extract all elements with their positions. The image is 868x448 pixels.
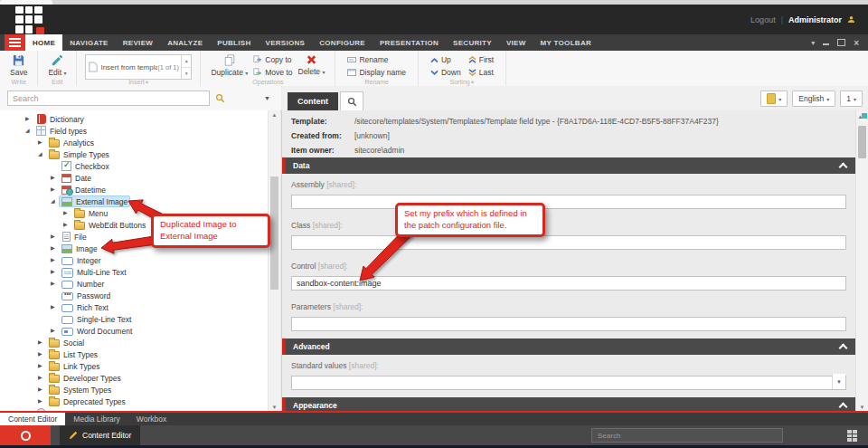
tree-item-single-line-text[interactable]: Single-Line Text (0, 313, 268, 325)
expand-icon[interactable]: ▶ (51, 278, 60, 290)
field-dropdown-icon[interactable]: ▼ (832, 374, 845, 389)
rename-button[interactable]: Rename (347, 55, 406, 64)
insert-from-template-field[interactable]: Insert from templat (1 of 1) ▲ ▼ (85, 54, 192, 80)
logout-link[interactable]: Logout (750, 15, 776, 24)
ribbon-tab-view[interactable]: VIEW (499, 34, 533, 51)
duplicate-button[interactable]: Duplicate ▾ (209, 53, 250, 77)
taskbar-search-input[interactable] (591, 428, 783, 443)
tree-item-external-image[interactable]: ◢External Image (0, 195, 268, 207)
section-header-advanced[interactable]: Advanced (282, 338, 855, 355)
tree-item-list-types[interactable]: ▶List Types (0, 348, 268, 360)
tree-item-dictionary[interactable]: ▶Dictionary (0, 113, 268, 125)
tree-item-social[interactable]: ▶Social (0, 337, 268, 348)
expand-icon[interactable]: ▶ (51, 184, 60, 195)
sort-last-button[interactable]: Last (468, 68, 495, 77)
spinner-down-icon[interactable]: ▼ (182, 68, 191, 80)
sort-down-button[interactable]: Down (430, 68, 461, 77)
scroll-up-icon[interactable]: ▲ (269, 112, 280, 118)
tab-content[interactable]: Content (288, 92, 338, 110)
scroll-down-icon[interactable]: ▼ (269, 405, 280, 410)
chevron-down-icon[interactable]: ▾ (811, 39, 815, 47)
close-icon[interactable]: × (854, 38, 859, 48)
collapse-icon[interactable]: ◢ (38, 148, 47, 160)
dialog-launcher-icon[interactable]: ▸ (145, 79, 151, 85)
tab-search[interactable] (340, 91, 363, 110)
field-input-parameters[interactable] (291, 317, 846, 331)
copy-to-button[interactable]: Copy to (253, 55, 292, 64)
expand-icon[interactable]: ▶ (51, 231, 60, 243)
tree-item-analytics[interactable]: ▶Analytics (0, 137, 268, 148)
expand-icon[interactable]: ▶ (38, 337, 47, 348)
bottom-tab-content-editor[interactable]: Content Editor (0, 413, 65, 425)
tree-item-system-types[interactable]: ▶System Types (0, 384, 268, 396)
edit-button[interactable]: Edit ▾ (46, 53, 68, 77)
tree-item-number[interactable]: ▶Number (0, 278, 268, 290)
ribbon-tab-versions[interactable]: VERSIONS (259, 34, 313, 51)
language-dropdown-button[interactable]: English▾ (792, 91, 835, 107)
collapse-icon[interactable]: ◢ (25, 125, 34, 137)
display-name-button[interactable]: Display name (347, 68, 406, 77)
tree-item-datetime[interactable]: ▶Datetime (0, 184, 268, 195)
sitecore-start-button[interactable] (0, 425, 51, 445)
expand-icon[interactable]: ▶ (51, 301, 60, 313)
tree-scrollbar-thumb[interactable] (270, 176, 278, 290)
editor-scrollbar-thumb[interactable] (858, 126, 866, 158)
taskbar-content-editor-button[interactable]: Content Editor (60, 425, 140, 445)
tree-item-deprecated-types[interactable]: ▶Deprecated Types (0, 396, 268, 407)
field-input-control[interactable] (291, 276, 846, 291)
dialog-launcher-icon[interactable]: ▸ (470, 79, 476, 85)
sort-first-button[interactable]: First (468, 55, 495, 64)
search-dropdown-caret-icon[interactable]: ▼ (264, 95, 270, 101)
gutter-indicator-icon[interactable] (862, 113, 867, 119)
ribbon-tab-presentation[interactable]: PRESENTATION (373, 34, 446, 51)
tree-item-word-document[interactable]: ▶Word Document (0, 325, 268, 337)
ribbon-tab-review[interactable]: REVIEW (116, 34, 160, 51)
ribbon-tab-configure[interactable]: CONFIGURE (312, 34, 373, 51)
version-dropdown-button[interactable]: 1▾ (840, 91, 863, 107)
expand-icon[interactable]: ▶ (51, 266, 60, 278)
save-button[interactable]: Save (8, 53, 29, 77)
expand-icon[interactable]: ▶ (38, 360, 47, 372)
move-to-button[interactable]: Move to (253, 68, 292, 77)
expand-icon[interactable]: ▶ (51, 254, 60, 266)
tree-item-simple-types[interactable]: ◢Simple Types (0, 148, 268, 160)
tree-item-integer[interactable]: ▶Integer (0, 254, 268, 266)
section-header-data[interactable]: Data (282, 157, 855, 174)
bottom-tab-workbox[interactable]: Workbox (128, 413, 175, 425)
scroll-down-icon[interactable]: ▼ (856, 405, 868, 410)
hamburger-menu-icon[interactable] (5, 34, 25, 51)
search-icon[interactable] (215, 93, 225, 103)
tree-item-date[interactable]: ▶Date (0, 172, 268, 184)
spinner-up-icon[interactable]: ▲ (182, 55, 191, 68)
section-header-appearance[interactable]: Appearance (282, 397, 855, 412)
delete-button[interactable]: Delete ▾ (297, 53, 327, 76)
ribbon-tab-security[interactable]: SECURITY (446, 34, 499, 51)
ribbon-tab-home[interactable]: HOME (25, 34, 62, 51)
tree-item-link-types[interactable]: ▶Link Types (0, 360, 268, 372)
tree-item-developer-types[interactable]: ▶Developer Types (0, 372, 268, 384)
collapse-icon[interactable]: ◢ (51, 195, 60, 207)
field-input-standard-values[interactable] (291, 376, 846, 390)
expand-icon[interactable]: ▶ (38, 348, 47, 360)
expand-icon[interactable]: ▶ (51, 325, 60, 337)
expand-icon[interactable]: ▶ (38, 396, 47, 407)
expand-icon[interactable]: ▶ (63, 219, 72, 231)
tree-item-field-types[interactable]: ◢Field types (0, 125, 268, 137)
ribbon-tab-publish[interactable]: PUBLISH (210, 34, 258, 51)
expand-icon[interactable]: ▶ (38, 372, 47, 384)
profile-dropdown-button[interactable]: ▾ (760, 91, 788, 107)
search-input[interactable] (7, 91, 210, 106)
field-input-class[interactable] (291, 235, 846, 250)
tree-item-checkbox[interactable]: Checkbox (0, 160, 268, 172)
minimize-icon[interactable] (823, 43, 829, 45)
tree-item-multi-line-text[interactable]: ▶Multi-Line Text (0, 266, 268, 278)
field-input-assembly[interactable] (291, 195, 846, 209)
expand-icon[interactable]: ▶ (51, 172, 60, 184)
expand-icon[interactable]: ▶ (38, 384, 47, 396)
expand-icon[interactable]: ▶ (51, 243, 60, 254)
ribbon-tab-my-toolbar[interactable]: MY TOOLBAR (533, 34, 599, 51)
bottom-tab-media-library[interactable]: Media Library (65, 413, 128, 425)
ribbon-tab-navigate[interactable]: NAVIGATE (62, 34, 116, 51)
apps-grid-icon[interactable] (847, 430, 857, 442)
maximize-icon[interactable] (837, 39, 845, 46)
